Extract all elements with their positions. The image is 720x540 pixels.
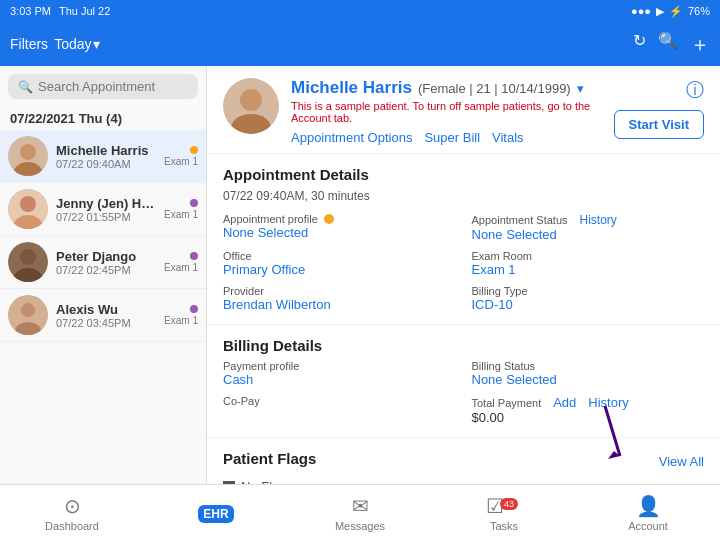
- exam-room-item: Exam Room Exam 1: [472, 250, 705, 277]
- svg-point-4: [20, 196, 36, 212]
- appointment-time: 07/22 09:40AM, 30 minutes: [223, 189, 704, 203]
- total-payment-label: Total Payment: [472, 397, 542, 409]
- exam-label-4: Exam 1: [164, 315, 198, 326]
- nav-item-tasks[interactable]: ☑43 Tasks: [464, 494, 544, 532]
- today-button[interactable]: Today ▾: [54, 36, 100, 52]
- nav-item-messages[interactable]: ✉ Messages: [320, 494, 400, 532]
- dashboard-icon: ⊙: [64, 494, 81, 518]
- info-icon[interactable]: ⓘ: [686, 78, 704, 102]
- patient-avatar-4: [8, 295, 48, 335]
- payment-profile-label: Payment profile: [223, 360, 456, 372]
- status-left: 3:03 PM Thu Jul 22: [10, 5, 110, 17]
- appointment-profile-value[interactable]: None Selected: [223, 225, 456, 240]
- status-dot-3: [190, 252, 198, 260]
- copay-item: Co-Pay: [223, 395, 456, 425]
- filters-button[interactable]: Filters: [10, 36, 48, 52]
- status-dot-2: [190, 199, 198, 207]
- patient-item[interactable]: Michelle Harris 07/22 09:40AM Exam 1: [0, 130, 206, 183]
- patient-name-2: Jenny (Jen) Harris: [56, 196, 156, 211]
- office-value[interactable]: Primary Office: [223, 262, 456, 277]
- appointment-options-link[interactable]: Appointment Options: [291, 130, 412, 145]
- billing-type-value[interactable]: ICD-10: [472, 297, 705, 312]
- messages-icon: ✉: [352, 494, 369, 518]
- appointment-profile-label: Appointment profile: [223, 213, 318, 225]
- ehr-icon: EHR: [198, 504, 233, 522]
- tasks-label: Tasks: [490, 520, 518, 532]
- patient-avatar-3: [8, 242, 48, 282]
- super-bill-link[interactable]: Super Bill: [424, 130, 480, 145]
- patient-name-1: Michelle Harris: [56, 143, 156, 158]
- status-time: 3:03 PM: [10, 5, 51, 17]
- patient-info-1: Michelle Harris 07/22 09:40AM: [56, 143, 156, 170]
- refresh-icon[interactable]: ↻: [633, 31, 646, 58]
- main-content: Michelle Harris (Female | 21 | 10/14/199…: [207, 66, 720, 484]
- appointment-details-grid: Appointment profile None Selected Appoin…: [223, 213, 704, 312]
- patient-name-4: Alexis Wu: [56, 302, 156, 317]
- patient-avatar-2: [8, 189, 48, 229]
- patient-meta-2: Exam 1: [164, 199, 198, 220]
- billing-status-value[interactable]: None Selected: [472, 372, 705, 387]
- status-dot-4: [190, 305, 198, 313]
- appointment-status-history-link[interactable]: History: [580, 213, 617, 227]
- svg-point-10: [21, 303, 35, 317]
- patient-header-info: Michelle Harris (Female | 21 | 10/14/199…: [291, 78, 602, 145]
- nav-item-dashboard[interactable]: ⊙ Dashboard: [32, 494, 112, 532]
- payment-history-link[interactable]: History: [588, 395, 628, 410]
- bottom-nav: ⊙ Dashboard EHR ✉ Messages ☑43 Tasks 👤 A…: [0, 484, 720, 540]
- appointment-status-label: Appointment Status: [472, 214, 568, 226]
- patient-time-3: 07/22 02:45PM: [56, 264, 156, 276]
- start-visit-button[interactable]: Start Visit: [614, 110, 704, 139]
- patient-item[interactable]: Jenny (Jen) Harris 07/22 01:55PM Exam 1: [0, 183, 206, 236]
- profile-dot: [324, 214, 334, 224]
- add-payment-link[interactable]: Add: [553, 395, 576, 410]
- nav-item-account[interactable]: 👤 Account: [608, 494, 688, 532]
- dashboard-label: Dashboard: [45, 520, 99, 532]
- patient-info-4: Alexis Wu 07/22 03:45PM: [56, 302, 156, 329]
- patient-item[interactable]: Alexis Wu 07/22 03:45PM Exam 1: [0, 289, 206, 342]
- provider-value[interactable]: Brendan Wilberton: [223, 297, 456, 312]
- appointment-status-value[interactable]: None Selected: [472, 227, 705, 242]
- patient-time-1: 07/22 09:40AM: [56, 158, 156, 170]
- nav-item-ehr[interactable]: EHR: [176, 504, 256, 522]
- messages-label: Messages: [335, 520, 385, 532]
- exam-room-label: Exam Room: [472, 250, 705, 262]
- patient-meta-3: Exam 1: [164, 252, 198, 273]
- patient-time-4: 07/22 03:45PM: [56, 317, 156, 329]
- today-chevron-icon: ▾: [93, 36, 100, 52]
- wifi-icon: ▶: [656, 5, 664, 18]
- patient-flags-title: Patient Flags: [223, 450, 316, 467]
- billing-status-item: Billing Status None Selected: [472, 360, 705, 387]
- billing-type-item: Billing Type ICD-10: [472, 285, 705, 312]
- top-nav-left: Filters Today ▾: [10, 36, 625, 52]
- billing-type-label: Billing Type: [472, 285, 705, 297]
- vitals-link[interactable]: Vitals: [492, 130, 524, 145]
- account-label: Account: [628, 520, 668, 532]
- search-input[interactable]: [38, 79, 188, 94]
- billing-details-title: Billing Details: [223, 337, 704, 354]
- svg-point-7: [20, 249, 36, 265]
- status-bar: 3:03 PM Thu Jul 22 ●●● ▶ ⚡ 76%: [0, 0, 720, 22]
- add-icon[interactable]: ＋: [690, 31, 710, 58]
- patient-chevron-icon[interactable]: ▾: [577, 81, 584, 96]
- patient-name-3: Peter Django: [56, 249, 156, 264]
- svg-point-13: [240, 89, 262, 111]
- patient-item[interactable]: Peter Django 07/22 02:45PM Exam 1: [0, 236, 206, 289]
- patient-flags-view-all[interactable]: View All: [659, 454, 704, 469]
- total-payment-item: Total Payment Add History $0.00: [472, 395, 705, 425]
- payment-profile-value[interactable]: Cash: [223, 372, 456, 387]
- tasks-badge: 43: [500, 498, 518, 510]
- patient-header-right: ⓘ Start Visit: [614, 78, 704, 139]
- billing-status-label: Billing Status: [472, 360, 705, 372]
- patient-meta-4: Exam 1: [164, 305, 198, 326]
- signal-icon: ●●●: [631, 5, 651, 17]
- copay-label: Co-Pay: [223, 395, 456, 407]
- patient-meta-1: Exam 1: [164, 146, 198, 167]
- status-day: Thu Jul 22: [59, 5, 110, 17]
- top-nav: Filters Today ▾ ↻ 🔍 ＋: [0, 22, 720, 66]
- search-icon[interactable]: 🔍: [658, 31, 678, 58]
- search-bar-icon: 🔍: [18, 80, 33, 94]
- patient-list: Michelle Harris 07/22 09:40AM Exam 1: [0, 130, 206, 484]
- sidebar: 🔍 07/22/2021 Thu (4) Michelle Harr: [0, 66, 207, 484]
- appointment-details-section: Appointment Details 07/22 09:40AM, 30 mi…: [207, 154, 720, 325]
- exam-room-value[interactable]: Exam 1: [472, 262, 705, 277]
